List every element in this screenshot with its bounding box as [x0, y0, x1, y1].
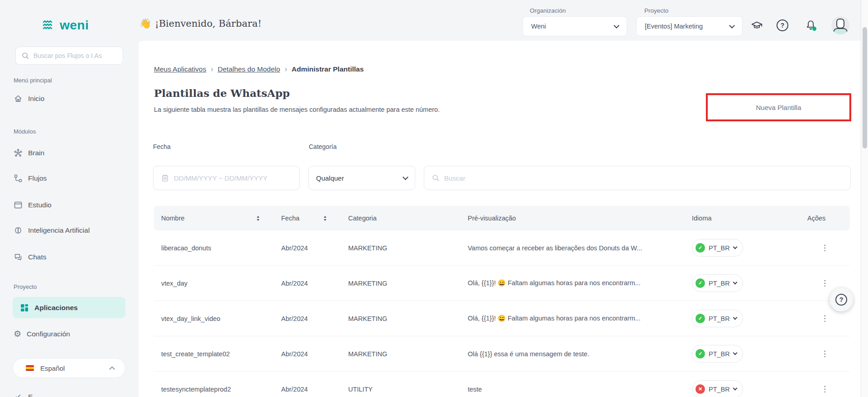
table-row: vtex_day_link_video Abr/2024 MARKETING O… [154, 301, 850, 336]
sidebar-item-label: Chats [28, 253, 47, 261]
sidebar-item-inteligencia-artificial[interactable]: Inteligencia Artificial [14, 224, 90, 237]
welcome-text: ¡Bienvenido, Bárbara! [155, 18, 261, 29]
sidebar-item-flujos[interactable]: Flujos [14, 172, 47, 185]
brain-icon [14, 226, 23, 235]
status-approved-icon [695, 349, 705, 359]
sidebar-item-chats[interactable]: Chats [14, 250, 47, 264]
language-badge[interactable]: PT_BR [692, 239, 743, 257]
language-badge[interactable]: PT_BR [692, 274, 743, 292]
table-search-input[interactable] [444, 174, 843, 182]
date-range-input[interactable] [153, 166, 300, 190]
chevron-down-icon [733, 280, 737, 285]
template-name: vtex_day_link_video [154, 315, 274, 322]
flow-icon [14, 174, 23, 183]
table-search[interactable] [424, 166, 851, 190]
search-icon [432, 174, 440, 182]
annotation-highlight-box: Nueva Plantilla [706, 93, 851, 121]
chevron-down-icon [403, 174, 408, 180]
template-date: Abr/2024 [274, 386, 341, 393]
template-preview: Olá, {{1}}! 😄 Faltam algumas horas para … [460, 279, 685, 287]
sidebar-item-brain[interactable]: Brain [14, 146, 44, 160]
sidebar-item-label: Inicio [28, 95, 44, 103]
header-acoes: Ações [807, 215, 825, 222]
help-button[interactable] [777, 19, 788, 31]
scrollbar-thumb[interactable] [863, 27, 867, 148]
sidebar-item-estudio[interactable]: Estudio [14, 198, 52, 212]
chevron-down-icon [733, 316, 737, 320]
page-scrollbar [861, 0, 868, 397]
sidebar-search-input[interactable] [34, 52, 117, 59]
user-avatar[interactable] [831, 16, 849, 34]
kebab-menu-icon[interactable] [819, 383, 831, 395]
language-badge[interactable]: PT_BR [692, 310, 743, 327]
chat-icon [14, 253, 23, 262]
section-label-main: Menú principal [14, 77, 52, 84]
language-badge[interactable]: PT_BR [692, 345, 743, 363]
sidebar-item-inicio[interactable]: Inicio [14, 92, 44, 105]
sidebar-search[interactable] [15, 47, 123, 65]
header-fecha: Fecha [281, 215, 299, 222]
sidebar-item-label: Configuración [27, 330, 70, 338]
sidebar-item-label: Aplicaciones [34, 304, 78, 312]
template-category: MARKETING [341, 280, 460, 287]
spain-flag-icon [26, 365, 34, 371]
header-categoria: Categoria [348, 215, 377, 222]
section-label-modules: Módulos [14, 128, 36, 135]
welcome-heading: 👋 ¡Bienvenido, Bárbara! [139, 18, 262, 29]
wave-emoji: 👋 [139, 18, 151, 29]
template-category: MARKETING [341, 315, 460, 322]
language-code: PT_BR [709, 350, 730, 358]
sort-icon[interactable] [257, 216, 259, 221]
notifications-button[interactable] [805, 19, 817, 31]
chevron-down-icon [733, 351, 737, 355]
weni-logo: weni [43, 19, 89, 32]
sidebar-item-configuracion[interactable]: Configuración [14, 327, 70, 341]
kebab-menu-icon[interactable] [819, 348, 831, 359]
kebab-menu-icon[interactable] [819, 277, 831, 289]
chevron-up-icon [109, 366, 115, 372]
language-code: PT_BR [709, 244, 730, 252]
academy-button[interactable] [751, 19, 763, 32]
template-name: testesynctemplateprod2 [154, 386, 274, 393]
status-approved-icon [695, 243, 705, 253]
kebab-menu-icon[interactable] [819, 313, 831, 324]
collapse-arrow-icon [14, 392, 23, 397]
organization-value: Weni [531, 23, 546, 30]
status-approved-icon [695, 314, 705, 323]
category-select[interactable]: Qualquer [308, 166, 415, 190]
sidebar-item-collapse[interactable]: E [14, 390, 33, 397]
language-code: PT_BR [709, 386, 730, 393]
header-nombre: Nombre [161, 215, 185, 222]
header-preview: Pré-visualização [468, 215, 516, 222]
new-template-button[interactable]: Nueva Plantilla [708, 95, 849, 120]
language-selector[interactable]: Español [13, 358, 125, 378]
sort-icon[interactable] [324, 216, 326, 221]
table-row: testesynctemplateprod2 Abr/2024 UTILITY … [154, 372, 850, 397]
graduation-cap-icon [751, 19, 763, 32]
organization-select[interactable]: Weni [523, 16, 627, 36]
date-filter-label: Fecha [153, 143, 171, 150]
breadcrumb-detalhes-do-modelo[interactable]: Detalhes do Modelo [218, 65, 280, 73]
calendar-icon [161, 174, 169, 182]
search-icon [21, 52, 29, 60]
avatar-body [833, 28, 848, 34]
project-select[interactable]: [Eventos] Marketing [636, 16, 743, 36]
kebab-menu-icon[interactable] [819, 242, 831, 254]
floating-help-button[interactable] [830, 288, 853, 311]
language-code: PT_BR [709, 280, 730, 287]
chevron-right-icon [211, 65, 213, 73]
sidebar-item-label: Brain [28, 149, 44, 157]
chevron-down-icon [614, 23, 619, 29]
template-preview: teste [460, 386, 685, 393]
template-date: Abr/2024 [274, 315, 341, 322]
sidebar-item-label: E [28, 393, 33, 397]
page-subtitle: La siguiente tabla muestra las plantilla… [154, 106, 440, 113]
sidebar-item-aplicaciones[interactable]: Aplicaciones [13, 297, 125, 318]
table-row: test_create_template02 Abr/2024 MARKETIN… [154, 336, 850, 372]
language-badge[interactable]: PT_BR [692, 380, 743, 397]
breadcrumb-meus-aplicativos[interactable]: Meus Aplicativos [154, 65, 206, 73]
chevron-right-icon [285, 65, 287, 73]
organization-label: Organización [530, 7, 566, 14]
template-date: Abr/2024 [274, 280, 341, 287]
date-range-field[interactable] [174, 174, 292, 182]
